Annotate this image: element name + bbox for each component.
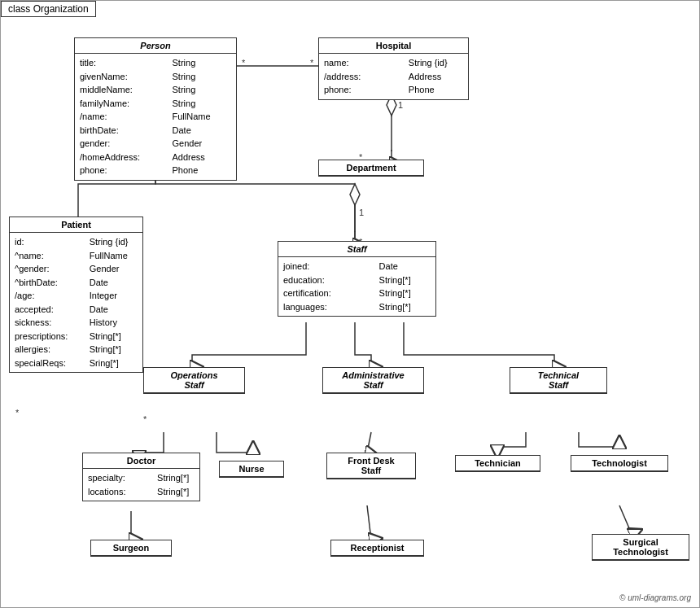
mult-person-hospital-left: * <box>242 58 245 68</box>
tech-staff-class: TechnicalStaff <box>510 367 607 394</box>
ops-staff-class: OperationsStaff <box>143 367 245 394</box>
doctor-class: Doctor specialty:String[*] locations:Str… <box>82 453 200 501</box>
front-desk-header: Front DeskStaff <box>327 453 415 479</box>
svg-marker-5 <box>350 184 360 205</box>
mult-ops-bottom: * <box>143 414 147 424</box>
svg-line-7 <box>367 432 371 453</box>
front-desk-class: Front DeskStaff <box>326 453 416 479</box>
staff-header: Staff <box>278 242 435 257</box>
technician-header: Technician <box>456 456 540 471</box>
hospital-body: name:String {id} /address:Address phone:… <box>319 54 468 99</box>
mult-patient-staff: * <box>15 408 19 418</box>
department-header: Department <box>319 160 423 176</box>
doctor-body: specialty:String[*] locations:String[*] <box>83 469 199 501</box>
admin-staff-header: AdministrativeStaff <box>323 368 423 393</box>
staff-class: Staff joined:Date education:String[*] ce… <box>278 241 436 317</box>
person-class: Person title:String givenName:String mid… <box>74 37 237 181</box>
doctor-header: Doctor <box>83 453 199 469</box>
receptionist-class: Receptionist <box>330 540 424 557</box>
mult-hospital-dept: 1 <box>398 100 403 110</box>
admin-staff-class: AdministrativeStaff <box>322 367 424 394</box>
patient-class: Patient id:String {id} ^name:FullName ^g… <box>9 217 143 373</box>
technician-class: Technician <box>455 455 540 472</box>
surgical-tech-header: SurgicalTechnologist <box>593 535 689 560</box>
surgical-tech-class: SurgicalTechnologist <box>592 534 689 561</box>
tech-staff-header: TechnicalStaff <box>510 368 606 393</box>
copyright: © uml-diagrams.org <box>619 593 691 602</box>
patient-body: id:String {id} ^name:FullName ^gender:Ge… <box>10 233 142 372</box>
mult-person-hospital-right: * <box>310 58 313 68</box>
staff-body: joined:Date education:String[*] certific… <box>278 257 435 316</box>
person-body: title:String givenName:String middleName… <box>75 54 236 180</box>
patient-header: Patient <box>10 217 142 233</box>
technologist-header: Technologist <box>571 456 667 471</box>
person-header: Person <box>75 38 236 54</box>
svg-line-9 <box>367 505 371 540</box>
mult-dept-staff: 1 <box>359 208 364 217</box>
hospital-header: Hospital <box>319 38 468 54</box>
surgeon-header: Surgeon <box>91 540 171 556</box>
technologist-class: Technologist <box>571 455 668 472</box>
surgeon-class: Surgeon <box>90 540 172 557</box>
svg-line-10 <box>619 505 632 534</box>
department-class: Department <box>318 160 424 177</box>
receptionist-header: Receptionist <box>331 540 423 556</box>
ops-staff-header: OperationsStaff <box>144 368 244 393</box>
nurse-header: Nurse <box>220 461 283 477</box>
diagram-container: class Organization <box>0 0 700 608</box>
nurse-class: Nurse <box>219 461 284 478</box>
diagram-title: class Organization <box>1 1 96 17</box>
hospital-class: Hospital name:String {id} /address:Addre… <box>318 37 469 100</box>
